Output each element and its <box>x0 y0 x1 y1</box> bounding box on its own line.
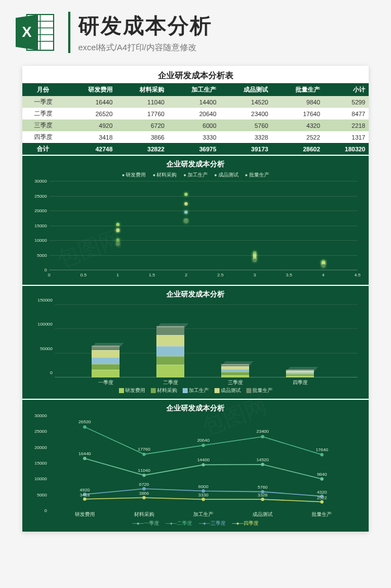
svg-point-24 <box>142 496 146 499</box>
banner-header: X 研发成本分析 excel格式/A4打印/内容随意修改 <box>0 0 391 60</box>
col-header: 月份 <box>22 83 64 96</box>
svg-point-27 <box>320 500 323 504</box>
excel-sheet: 企业研发成本分析表 月份研发费用材料采购加工生产成品测试批量生产小计 一季度16… <box>22 66 369 532</box>
col-header: 成品测试 <box>220 83 271 96</box>
line-legend: 一季度二季度三季度四季度 <box>29 520 362 527</box>
data-table: 月份研发费用材料采购加工生产成品测试批量生产小计 一季度164401104014… <box>22 83 369 155</box>
scatter-legend: 研发费用材料采购加工生产成品测试批量生产 <box>29 171 362 179</box>
excel-icon: X <box>13 10 58 55</box>
svg-point-21 <box>261 490 264 494</box>
line-plot: 050001000015000200002500030000研发费用材料采购加工… <box>49 415 357 510</box>
svg-point-25 <box>202 498 205 501</box>
col-header: 加工生产 <box>168 83 220 96</box>
scatter-chart-panel: 企业研发成本分析 研发费用材料采购加工生产成品测试批量生产 0500010000… <box>22 156 369 285</box>
svg-point-22 <box>320 495 323 498</box>
svg-point-18 <box>83 493 87 496</box>
col-header: 材料采购 <box>116 83 168 96</box>
sheet-title: 企业研发成本分析表 <box>22 66 369 83</box>
svg-point-13 <box>83 426 87 429</box>
table-header-row: 月份研发费用材料采购加工生产成品测试批量生产小计 <box>22 83 369 96</box>
table-row: 一季度1644011040144001452098405299 <box>22 96 369 108</box>
svg-point-19 <box>142 487 146 490</box>
svg-point-12 <box>320 477 323 481</box>
svg-point-23 <box>83 498 87 501</box>
svg-point-17 <box>320 453 323 456</box>
svg-point-20 <box>202 489 205 493</box>
svg-point-11 <box>261 463 264 466</box>
svg-point-10 <box>202 463 205 466</box>
line-chart-panel: 企业研发成本分析 050001000015000200002500030000研… <box>22 400 369 532</box>
bar-chart-panel: 企业研发成本分析 050000100000150000一季度二季度三季度四季度 … <box>22 286 369 399</box>
scatter-title: 企业研发成本分析 <box>29 159 362 169</box>
bar-legend: 研发费用材料采购加工生产成品测试批量生产 <box>29 388 362 394</box>
svg-point-8 <box>83 457 87 460</box>
col-header: 小计 <box>323 83 369 96</box>
svg-point-26 <box>261 498 264 501</box>
table-row: 二季度26520177602064023400176408477 <box>22 108 369 119</box>
table-row: 三季度492067206000576043202218 <box>22 119 369 131</box>
svg-text:X: X <box>22 23 32 40</box>
table-row: 四季度341838663330332825221317 <box>22 131 369 143</box>
col-header: 研发费用 <box>64 83 116 96</box>
svg-point-9 <box>142 474 146 477</box>
svg-point-16 <box>261 435 264 438</box>
bar-title: 企业研发成本分析 <box>29 289 362 299</box>
table-total-row: 合计4274832822369753917328602180320 <box>22 143 369 155</box>
page-subtitle: excel格式/A4打印/内容随意修改 <box>78 42 378 53</box>
col-header: 批量生产 <box>271 83 323 96</box>
svg-point-14 <box>142 453 146 456</box>
scatter-plot: 05000100001500020000250003000000.511.522… <box>49 181 357 270</box>
table-body: 一季度1644011040144001452098405299二季度265201… <box>22 96 369 155</box>
bar-plot: 050000100000150000一季度二季度三季度四季度 <box>55 302 357 385</box>
svg-point-15 <box>202 444 205 447</box>
line-title: 企业研发成本分析 <box>29 403 362 413</box>
page-title: 研发成本分析 <box>78 12 378 40</box>
